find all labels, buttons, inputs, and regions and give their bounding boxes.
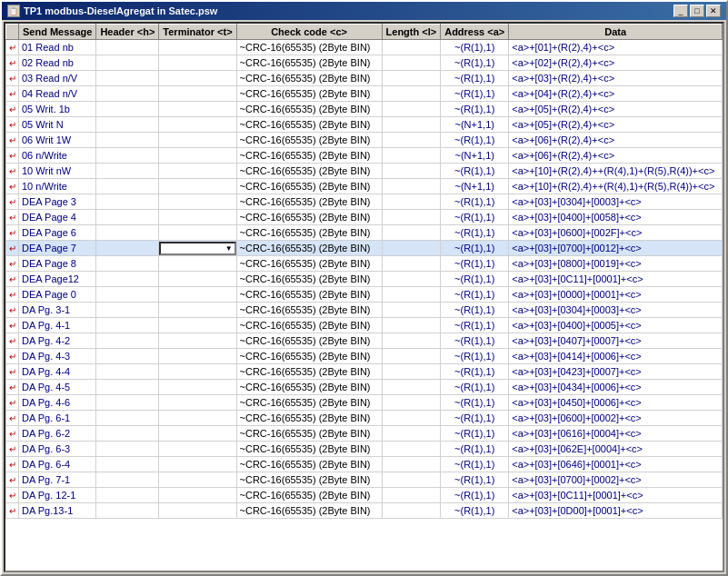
row-icon: ↵ <box>6 133 19 148</box>
address-cell: ~(R(1),1) <box>441 364 509 380</box>
table-row[interactable]: ↵DA Pg. 6-3~CRC-16(65535) (2Byte BIN)~(R… <box>6 442 723 457</box>
table-row[interactable]: ↵DA Pg. 4-2~CRC-16(65535) (2Byte BIN)~(R… <box>6 333 723 349</box>
terminator-cell <box>159 210 236 225</box>
table-row[interactable]: ↵06 Writ 1W~CRC-16(65535) (2Byte BIN)~(R… <box>6 133 723 148</box>
table-row[interactable]: ↵DEA Page12~CRC-16(65535) (2Byte BIN)~(R… <box>6 272 723 287</box>
col-header-address[interactable]: Address <a> <box>441 25 509 40</box>
table-row[interactable]: ↵DA Pg. 3-1~CRC-16(65535) (2Byte BIN)~(R… <box>6 303 723 318</box>
terminator-cell[interactable]: ▼ <box>159 241 236 256</box>
table-row[interactable]: ↵DEA Page 0~CRC-16(65535) (2Byte BIN)~(R… <box>6 287 723 303</box>
header-cell <box>96 179 159 194</box>
address-cell: ~(N+1,1) <box>441 117 509 133</box>
check-code-cell: ~CRC-16(65535) (2Byte BIN) <box>236 488 382 503</box>
check-code-cell: ~CRC-16(65535) (2Byte BIN) <box>236 117 382 133</box>
terminator-cell <box>159 426 236 442</box>
col-header-terminator[interactable]: Terminator <t> <box>159 25 236 40</box>
send-message-cell: 02 Read nb <box>19 55 96 71</box>
address-cell: ~(R(1),1) <box>441 225 509 241</box>
check-code-cell: ~CRC-16(65535) (2Byte BIN) <box>236 71 382 86</box>
row-icon: ↵ <box>6 333 19 349</box>
col-header-send[interactable]: Send Message <box>19 25 96 40</box>
table-container[interactable]: Send Message Header <h> Terminator <t> C… <box>5 24 723 571</box>
table-row[interactable]: ↵DA Pg. 4-5~CRC-16(65535) (2Byte BIN)~(R… <box>6 380 723 395</box>
data-cell: <a>+[03]+[0800]+[0019]+<c> <box>509 256 723 272</box>
header-cell <box>96 225 159 241</box>
maximize-button[interactable]: □ <box>690 5 704 17</box>
table-row[interactable]: ↵DEA Page 6~CRC-16(65535) (2Byte BIN)~(R… <box>6 225 723 241</box>
col-header-data[interactable]: Data <box>509 25 723 40</box>
length-cell <box>382 503 441 519</box>
table-row[interactable]: ↵DEA Page 7▼~CRC-16(65535) (2Byte BIN)~(… <box>6 241 723 256</box>
send-arrow-icon: ↵ <box>9 74 16 84</box>
send-message-cell: DA Pg. 6-2 <box>19 426 96 442</box>
address-cell: ~(R(1),1) <box>441 457 509 472</box>
terminator-cell <box>159 380 236 395</box>
terminator-cell <box>159 272 236 287</box>
header-cell <box>96 488 159 503</box>
table-row[interactable]: ↵03 Read n/V~CRC-16(65535) (2Byte BIN)~(… <box>6 71 723 86</box>
address-cell: ~(R(1),1) <box>441 71 509 86</box>
col-header-length[interactable]: Length <l> <box>382 25 441 40</box>
row-icon: ↵ <box>6 179 19 194</box>
table-row[interactable]: ↵DA Pg. 7-1~CRC-16(65535) (2Byte BIN)~(R… <box>6 472 723 488</box>
header-cell <box>96 380 159 395</box>
header-cell <box>96 117 159 133</box>
data-cell: <a>+[03]+[0400]+[0058]+<c> <box>509 210 723 225</box>
header-cell <box>96 411 159 426</box>
row-icon: ↵ <box>6 318 19 333</box>
table-row[interactable]: ↵04 Read n/V~CRC-16(65535) (2Byte BIN)~(… <box>6 86 723 102</box>
send-arrow-icon: ↵ <box>9 429 16 439</box>
table-row[interactable]: ↵DA Pg. 4-4~CRC-16(65535) (2Byte BIN)~(R… <box>6 364 723 380</box>
table-row[interactable]: ↵10 n/Write~CRC-16(65535) (2Byte BIN)~(N… <box>6 179 723 194</box>
table-row[interactable]: ↵DA Pg. 6-4~CRC-16(65535) (2Byte BIN)~(R… <box>6 457 723 472</box>
check-code-cell: ~CRC-16(65535) (2Byte BIN) <box>236 133 382 148</box>
send-message-cell: DA Pg. 3-1 <box>19 303 96 318</box>
terminator-cell <box>159 287 236 303</box>
table-header-row: Send Message Header <h> Terminator <t> C… <box>6 25 723 40</box>
table-row[interactable]: ↵DA Pg. 6-2~CRC-16(65535) (2Byte BIN)~(R… <box>6 426 723 442</box>
row-icon: ↵ <box>6 210 19 225</box>
table-row[interactable]: ↵DA Pg.13-1~CRC-16(65535) (2Byte BIN)~(R… <box>6 503 723 519</box>
send-message-cell: 10 Writ nW <box>19 164 96 179</box>
table-row[interactable]: ↵DA Pg. 6-1~CRC-16(65535) (2Byte BIN)~(R… <box>6 411 723 426</box>
row-icon: ↵ <box>6 225 19 241</box>
table-row[interactable]: ↵01 Read nb~CRC-16(65535) (2Byte BIN)~(R… <box>6 40 723 55</box>
table-row[interactable]: ↵DA Pg. 12-1~CRC-16(65535) (2Byte BIN)~(… <box>6 488 723 503</box>
terminator-cell <box>159 133 236 148</box>
data-cell: <a>+[04]+(R(2),4)+<c> <box>509 86 723 102</box>
data-cell: <a>+[10]+(R(2),4)++(R(4),1)+(R(5),R(4))+… <box>509 179 723 194</box>
main-window: 📋 TP1 modbus-DieselAgregat in Satec.psw … <box>0 0 728 576</box>
table-row[interactable]: ↵06 n/Write~CRC-16(65535) (2Byte BIN)~(N… <box>6 148 723 164</box>
table-row[interactable]: ↵10 Writ nW~CRC-16(65535) (2Byte BIN)~(R… <box>6 164 723 179</box>
check-code-cell: ~CRC-16(65535) (2Byte BIN) <box>236 86 382 102</box>
header-cell <box>96 148 159 164</box>
length-cell <box>382 411 441 426</box>
table-row[interactable]: ↵DEA Page 3~CRC-16(65535) (2Byte BIN)~(R… <box>6 194 723 210</box>
col-header-header[interactable]: Header <h> <box>96 25 159 40</box>
table-row[interactable]: ↵DA Pg. 4-1~CRC-16(65535) (2Byte BIN)~(R… <box>6 318 723 333</box>
data-cell: <a>+[03]+[0600]+[0002]+<c> <box>509 411 723 426</box>
col-header-arrow[interactable] <box>6 25 19 40</box>
table-row[interactable]: ↵05 Writ N~CRC-16(65535) (2Byte BIN)~(N+… <box>6 117 723 133</box>
send-arrow-icon: ↵ <box>9 460 16 470</box>
row-icon: ↵ <box>6 472 19 488</box>
data-cell: <a>+[03]+[0700]+[0012]+<c> <box>509 241 723 256</box>
table-row[interactable]: ↵DEA Page 4~CRC-16(65535) (2Byte BIN)~(R… <box>6 210 723 225</box>
terminator-dropdown[interactable]: ▼ <box>159 242 235 255</box>
minimize-button[interactable]: _ <box>673 5 688 17</box>
table-row[interactable]: ↵05 Writ. 1b~CRC-16(65535) (2Byte BIN)~(… <box>6 102 723 117</box>
data-cell: <a>+[03]+(R(2),4)+<c> <box>509 71 723 86</box>
close-button[interactable]: ✕ <box>706 5 721 17</box>
table-row[interactable]: ↵DA Pg. 4-3~CRC-16(65535) (2Byte BIN)~(R… <box>6 349 723 364</box>
send-message-cell: 03 Read n/V <box>19 71 96 86</box>
table-row[interactable]: ↵DEA Page 8~CRC-16(65535) (2Byte BIN)~(R… <box>6 256 723 272</box>
table-row[interactable]: ↵DA Pg. 4-6~CRC-16(65535) (2Byte BIN)~(R… <box>6 395 723 411</box>
check-code-cell: ~CRC-16(65535) (2Byte BIN) <box>236 411 382 426</box>
table-row[interactable]: ↵02 Read nb~CRC-16(65535) (2Byte BIN)~(R… <box>6 55 723 71</box>
length-cell <box>382 133 441 148</box>
col-header-check[interactable]: Check code <c> <box>236 25 382 40</box>
data-cell: <a>+[03]+[0304]+[0003]+<c> <box>509 194 723 210</box>
send-message-cell: 05 Writ N <box>19 117 96 133</box>
send-arrow-icon: ↵ <box>9 89 16 99</box>
check-code-cell: ~CRC-16(65535) (2Byte BIN) <box>236 272 382 287</box>
